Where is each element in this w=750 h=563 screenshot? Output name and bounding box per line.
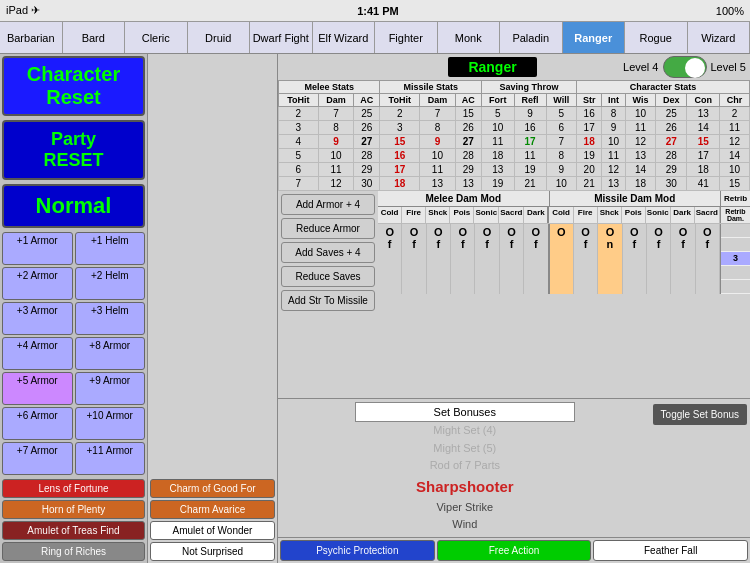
armor-btn-1[interactable]: +1 Helm	[75, 232, 146, 265]
armor-btn-3[interactable]: +2 Helm	[75, 267, 146, 300]
stat-cell: 13	[455, 177, 481, 191]
armor-btn-13[interactable]: +11 Armor	[75, 442, 146, 475]
saving-throw-header: Saving Throw	[481, 81, 576, 94]
tab-druid[interactable]: Druid	[188, 22, 251, 53]
normal-button[interactable]: Normal	[2, 184, 145, 228]
tab-wizard[interactable]: Wizard	[688, 22, 751, 53]
right-item-btn-free-action[interactable]: Free Action	[437, 540, 592, 561]
stat-cell: 14	[687, 121, 720, 135]
armor-btn-8[interactable]: +5 Armor	[2, 372, 73, 405]
stat-cell: 7	[546, 135, 576, 149]
stat-cell: 2	[380, 107, 420, 121]
mid-item-btn-amulet-of-wonder[interactable]: Amulet of Wonder	[150, 521, 275, 540]
char-reset-button[interactable]: Character Reset	[2, 56, 145, 116]
stat-cell: 8	[602, 107, 625, 121]
set-list: Might Set (4)Might Set (5)Rod of 7 Parts…	[281, 422, 649, 534]
stat-cell: 27	[354, 135, 380, 149]
armor-ctrl-btn-add-str-to-missile[interactable]: Add Str To Missile	[281, 290, 375, 311]
stat-cell: 28	[455, 149, 481, 163]
armor-btn-4[interactable]: +3 Armor	[2, 302, 73, 335]
set-bonuses-button[interactable]: Set Bonuses	[355, 402, 576, 422]
dam-val-5: O f	[500, 224, 524, 294]
stat-cell: 30	[656, 177, 687, 191]
tab-bard[interactable]: Bard	[63, 22, 126, 53]
armor-btn-6[interactable]: +4 Armor	[2, 337, 73, 370]
dam-val-6: O f	[524, 224, 549, 294]
tab-fighter[interactable]: Fighter	[375, 22, 438, 53]
item-btn-lens-of-fortune[interactable]: Lens of Fortune	[2, 479, 145, 498]
retrib-val-3	[721, 266, 750, 280]
tab-elf-wizard[interactable]: Elf Wizard	[313, 22, 376, 53]
stat-cell: 12	[602, 163, 625, 177]
stat-cell: 11	[602, 149, 625, 163]
stat-cell: 10	[481, 121, 514, 135]
tab-cleric[interactable]: Cleric	[125, 22, 188, 53]
stat-cell: 27	[455, 135, 481, 149]
stats-col-ac: AC	[354, 94, 380, 107]
dam-header-sacrd: Sacrd	[499, 207, 524, 223]
armor-btn-7[interactable]: +8 Armor	[75, 337, 146, 370]
item-buttons-left: Lens of FortuneHorn of PlentyAmulet of T…	[0, 477, 147, 563]
set-list-item-viper-strike: Viper Strike	[281, 499, 649, 517]
armor-btn-11[interactable]: +10 Armor	[75, 407, 146, 440]
level-toggle-switch[interactable]	[663, 56, 707, 78]
stat-cell: 41	[687, 177, 720, 191]
tab-barbarian[interactable]: Barbarian	[0, 22, 63, 53]
stat-cell: 11	[720, 121, 750, 135]
right-item-btn-psychic-protection[interactable]: Psychic Protection	[280, 540, 435, 561]
tab-ranger[interactable]: Ranger	[563, 22, 626, 53]
retrib-values: 3	[720, 224, 750, 294]
armor-ctrl-btn-add-saves-+-4[interactable]: Add Saves + 4	[281, 242, 375, 263]
stat-cell: 3	[279, 121, 319, 135]
right-item-btn-feather-fall[interactable]: Feather Fall	[593, 540, 748, 561]
dam-header-sonic: Sonic	[646, 207, 671, 223]
armor-ctrl-btn-reduce-armor[interactable]: Reduce Armor	[281, 218, 375, 239]
armor-btn-5[interactable]: +3 Helm	[75, 302, 146, 335]
armor-btn-2[interactable]: +2 Armor	[2, 267, 73, 300]
armor-btn-9[interactable]: +9 Armor	[75, 372, 146, 405]
stat-cell: 29	[656, 163, 687, 177]
armor-btn-10[interactable]: +6 Armor	[2, 407, 73, 440]
retrib-dam-header: RetribDam.	[720, 207, 750, 223]
stat-cell: 15	[687, 135, 720, 149]
dam-header-cold: Cold	[549, 207, 573, 223]
clock: 1:41 PM	[357, 5, 399, 17]
stat-cell: 11	[420, 163, 456, 177]
char-stats-header: Character Stats	[576, 81, 749, 94]
armor-ctrl-btn-add-armor-+-4[interactable]: Add Armor + 4	[281, 194, 375, 215]
stat-cell: 7	[318, 107, 354, 121]
stats-col-chr: Chr	[720, 94, 750, 107]
item-btn-amulet-of-treas-find[interactable]: Amulet of Treas Find	[2, 521, 145, 540]
tab-rogue[interactable]: Rogue	[625, 22, 688, 53]
mid-item-btn-charm-avarice[interactable]: Charm Avarice	[150, 500, 275, 519]
stats-col-refl: Refl	[514, 94, 546, 107]
armor-btn-12[interactable]: +7 Armor	[2, 442, 73, 475]
party-reset-button[interactable]: Party RESET	[2, 120, 145, 180]
armor-buttons: +1 Armor+1 Helm+2 Armor+2 Helm+3 Armor+3…	[0, 230, 147, 477]
stat-cell: 11	[481, 135, 514, 149]
retrib-val-2: 3	[721, 252, 750, 266]
tab-monk[interactable]: Monk	[438, 22, 501, 53]
toggle-set-bonus-button[interactable]: Toggle Set Bonus	[653, 404, 747, 425]
armor-btn-0[interactable]: +1 Armor	[2, 232, 73, 265]
tab-dwarf-fight[interactable]: Dwarf Fight	[250, 22, 313, 53]
stats-col-ac: AC	[455, 94, 481, 107]
mid-item-btn-charm-of-good-for[interactable]: Charm of Good For	[150, 479, 275, 498]
stat-cell: 15	[380, 135, 420, 149]
tab-paladin[interactable]: Paladin	[500, 22, 563, 53]
stat-cell: 13	[602, 177, 625, 191]
stat-cell: 9	[318, 135, 354, 149]
char-name-bar: Ranger Level 4 Level 5	[278, 54, 750, 80]
status-bar: iPad ✈	[6, 4, 40, 17]
item-btn-horn-of-plenty[interactable]: Horn of Plenty	[2, 500, 145, 519]
level5-label: Level 5	[711, 61, 746, 73]
dam-header-dark: Dark	[524, 207, 549, 223]
stat-cell: 6	[546, 121, 576, 135]
stat-cell: 2	[720, 107, 750, 121]
dam-val-7: O	[550, 224, 574, 294]
mid-item-btn-not-surprised[interactable]: Not Surprised	[150, 542, 275, 561]
armor-ctrl-btn-reduce-saves[interactable]: Reduce Saves	[281, 266, 375, 287]
item-btn-ring-of-riches[interactable]: Ring of Riches	[2, 542, 145, 561]
stats-col-tohit: ToHit	[380, 94, 420, 107]
stats-col-wis: Wis	[625, 94, 655, 107]
